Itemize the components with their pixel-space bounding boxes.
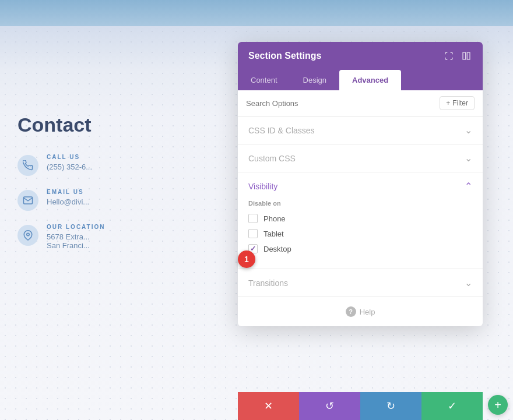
email-value: Hello@divi... [47, 197, 89, 206]
section-settings-modal: Section Settings Content Design Advanced [238, 42, 483, 326]
css-id-classes-header[interactable]: CSS ID & Classes ⌄ [238, 117, 483, 144]
help-label: Help [360, 308, 375, 316]
custom-css-label: Custom CSS [248, 154, 296, 163]
visibility-content: Disable on Phone Tablet ✓ Desktop [238, 200, 483, 269]
cancel-icon: ✕ [264, 400, 273, 412]
bottom-toolbar: ✕ ↺ ↻ ✓ [238, 392, 483, 420]
location-value-2: San Franci... [47, 241, 105, 250]
disable-on-label: Disable on [248, 200, 472, 207]
search-bar: + Filter [238, 90, 483, 117]
filter-button[interactable]: + Filter [440, 96, 475, 110]
tablet-checkbox-label: Tablet [263, 230, 284, 238]
email-label: EMAIL US [47, 189, 89, 195]
fullscreen-icon[interactable] [443, 50, 455, 62]
email-icon-circle [17, 190, 38, 211]
visibility-section: Visibility ⌃ Disable on Phone Tablet ✓ D… [238, 172, 483, 269]
contact-title: Contact [17, 114, 233, 136]
custom-css-header[interactable]: Custom CSS ⌄ [238, 144, 483, 172]
visibility-label: Visibility [248, 182, 277, 191]
phone-icon-circle [17, 155, 38, 176]
search-input[interactable] [246, 99, 440, 108]
css-id-chevron-down-icon: ⌄ [465, 125, 472, 136]
modal-header-icons [443, 50, 472, 62]
visibility-chevron-up-icon: ⌃ [465, 181, 472, 192]
email-icon [23, 195, 33, 206]
transitions-label: Transitions [248, 278, 288, 288]
redo-icon: ↻ [386, 400, 395, 412]
call-label: CALL US [47, 154, 92, 160]
help-section: ? Help [238, 297, 483, 326]
contact-item-location: OUR LOCATION 5678 Extra... San Franci... [17, 224, 233, 250]
cancel-button[interactable]: ✕ [238, 392, 299, 420]
modal-title: Section Settings [248, 51, 321, 61]
tab-advanced[interactable]: Advanced [339, 70, 401, 90]
confirm-icon: ✓ [448, 400, 456, 412]
phone-icon [23, 160, 33, 171]
svg-rect-1 [463, 52, 466, 59]
phone-checkbox-label: Phone [263, 214, 286, 223]
location-label: OUR LOCATION [47, 224, 105, 230]
badge-number: 1 [238, 250, 255, 268]
contact-section: Contact CALL US (255) 352-6... EMAIL US … [17, 114, 233, 263]
transitions-header[interactable]: Transitions ⌄ [238, 269, 483, 297]
undo-icon: ↺ [325, 400, 334, 412]
call-value: (255) 352-6... [47, 163, 92, 171]
filter-icon: + [446, 99, 450, 107]
location-value-1: 5678 Extra... [47, 232, 105, 241]
tab-design[interactable]: Design [290, 70, 339, 90]
visibility-header[interactable]: Visibility ⌃ [238, 172, 483, 200]
contact-item-phone: CALL US (255) 352-6... [17, 154, 233, 176]
tab-content[interactable]: Content [238, 70, 290, 90]
help-icon: ? [346, 306, 356, 317]
css-id-classes-section: CSS ID & Classes ⌄ [238, 117, 483, 144]
transitions-chevron-down-icon: ⌄ [465, 277, 472, 288]
custom-css-chevron-down-icon: ⌄ [465, 153, 472, 164]
svg-point-0 [27, 233, 30, 236]
checkbox-row-tablet: Tablet [248, 229, 472, 238]
phone-checkbox[interactable] [248, 214, 258, 223]
redo-button[interactable]: ↻ [360, 392, 421, 420]
filter-label: Filter [452, 99, 468, 107]
confirm-button[interactable]: ✓ [421, 392, 483, 420]
page-top-gradient [0, 0, 513, 26]
modal-header: Section Settings [238, 42, 483, 70]
contact-item-email: EMAIL US Hello@divi... [17, 189, 233, 211]
modal-tabs: Content Design Advanced [238, 70, 483, 90]
checkbox-row-phone: Phone [248, 214, 472, 223]
location-icon-circle [17, 225, 38, 246]
css-id-classes-label: CSS ID & Classes [248, 126, 315, 135]
svg-rect-2 [467, 52, 470, 59]
custom-css-section: Custom CSS ⌄ [238, 144, 483, 172]
undo-button[interactable]: ↺ [299, 392, 360, 420]
add-section-button[interactable]: + [488, 395, 508, 415]
location-icon [23, 230, 33, 241]
desktop-checkbox-label: Desktop [263, 245, 291, 253]
transitions-section: Transitions ⌄ [238, 269, 483, 297]
columns-icon[interactable] [461, 50, 472, 62]
tablet-checkbox[interactable] [248, 229, 258, 238]
checkbox-row-desktop: ✓ Desktop [248, 244, 472, 253]
